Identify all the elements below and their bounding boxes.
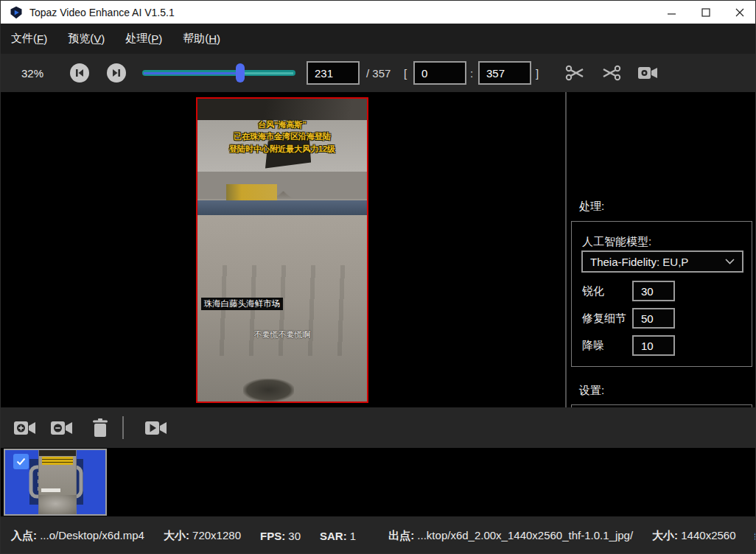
splice-button[interactable] bbox=[601, 63, 623, 83]
cut-button[interactable] bbox=[564, 63, 586, 83]
video-location-caption: 珠海白藤头海鲜市场 bbox=[201, 298, 284, 310]
restore-detail-row: 修复细节 50 bbox=[582, 308, 744, 329]
video-preview[interactable]: 台风“海高斯” 已在珠海市金湾区沿海登陆 登陆时中心附近最大风力12级 珠海白藤… bbox=[196, 97, 368, 403]
slider-handle[interactable] bbox=[236, 63, 245, 83]
checkbox-checked-icon bbox=[16, 457, 26, 466]
restore-detail-input[interactable]: 50 bbox=[632, 308, 675, 329]
delete-button[interactable] bbox=[88, 417, 112, 439]
window-controls bbox=[655, 1, 756, 24]
menu-help[interactable]: 帮助(H) bbox=[172, 24, 231, 54]
ai-model-label: 人工智能模型: bbox=[582, 235, 651, 249]
settings-section-title: 设置: bbox=[579, 384, 604, 398]
status-fps: FPS: 30 bbox=[260, 530, 301, 542]
status-bar: 入点: ...o/Desktop/x6d.mp4 大小: 720x1280 FP… bbox=[1, 516, 756, 554]
minimize-button[interactable] bbox=[655, 1, 689, 24]
slider-progress bbox=[144, 72, 240, 74]
status-in-size: 大小: 720x1280 bbox=[164, 529, 241, 543]
status-sar: SAR: 1 bbox=[320, 530, 356, 542]
range-start-input[interactable]: 0 bbox=[413, 61, 466, 85]
add-video-icon bbox=[13, 419, 37, 437]
skip-end-icon bbox=[111, 68, 122, 78]
denoise-row: 降噪 10 bbox=[582, 335, 744, 356]
app-logo-icon bbox=[10, 6, 23, 19]
remove-video-button[interactable] bbox=[50, 417, 74, 439]
range-close-bracket: ] bbox=[536, 54, 539, 92]
chevron-down-icon bbox=[725, 259, 735, 264]
timeline-slider[interactable] bbox=[142, 54, 295, 92]
video-overpass bbox=[197, 99, 367, 120]
video-yellow-truck bbox=[226, 184, 277, 201]
thumbnail-checkbox[interactable] bbox=[13, 454, 29, 469]
video-water-streaks bbox=[197, 265, 367, 356]
processing-groupbox: 人工智能模型: Theia-Fidelity: EU,P 锐化 30 修复细节 … bbox=[571, 221, 752, 367]
skip-end-button[interactable] bbox=[107, 63, 126, 83]
remove-video-icon bbox=[50, 419, 74, 437]
range-end-input[interactable]: 357 bbox=[478, 61, 531, 85]
process-video-icon bbox=[144, 419, 168, 437]
toolbar-divider bbox=[122, 416, 124, 439]
ai-model-value: Theia-Fidelity: EU,P bbox=[590, 256, 688, 268]
process-video-button[interactable] bbox=[144, 417, 168, 439]
denoise-input[interactable]: 10 bbox=[632, 335, 675, 356]
status-out-path: 出点: ...ktop/x6d_2.00x_1440x2560_thf-1.0.… bbox=[388, 529, 633, 543]
preview-camera-icon bbox=[637, 64, 659, 82]
playback-toolbar: 32% 231 / 357 [ 0 : 357 ] bbox=[1, 54, 756, 92]
preview-camera-button[interactable] bbox=[637, 63, 659, 83]
trash-icon bbox=[91, 418, 109, 438]
maximize-button[interactable] bbox=[689, 1, 723, 24]
status-in-path: 入点: ...o/Desktop/x6d.mp4 bbox=[11, 529, 144, 543]
video-bridge bbox=[197, 172, 367, 199]
cut-icon bbox=[564, 63, 585, 83]
title-bar: Topaz Video Enhance AI V1.5.1 bbox=[1, 1, 756, 24]
range-open-bracket: [ bbox=[404, 54, 407, 92]
video-floating-debris bbox=[243, 379, 294, 402]
settings-panel: 处理: 人工智能模型: Theia-Fidelity: EU,P 锐化 30 修… bbox=[568, 92, 756, 407]
thumbnail-strip bbox=[1, 448, 756, 516]
sharpen-row: 锐化 30 bbox=[582, 281, 744, 301]
splice-icon bbox=[601, 63, 622, 83]
sharpen-label: 锐化 bbox=[582, 284, 632, 298]
video-thumbnail-item[interactable] bbox=[4, 449, 107, 516]
close-button[interactable] bbox=[723, 1, 756, 24]
skip-start-button[interactable] bbox=[70, 63, 89, 83]
range-colon: : bbox=[470, 54, 473, 92]
skip-start-icon bbox=[74, 68, 85, 78]
denoise-label: 降噪 bbox=[582, 339, 632, 353]
zoom-level-label: 32% bbox=[21, 54, 43, 92]
panel-splitter[interactable] bbox=[565, 92, 567, 407]
main-area: 台风“海高斯” 已在珠海市金湾区沿海登陆 登陆时中心附近最大风力12级 珠海白藤… bbox=[1, 92, 756, 407]
status-out-size: 大小: 1440x2560 bbox=[652, 529, 735, 543]
current-frame-input[interactable]: 231 bbox=[307, 61, 360, 85]
total-frames-label: / 357 bbox=[366, 54, 391, 92]
app-window: Topaz Video Enhance AI V1.5.1 文件(F) 预览(V… bbox=[0, 0, 756, 554]
menu-preview[interactable]: 预览(V) bbox=[57, 24, 115, 54]
slider-remaining bbox=[243, 72, 293, 74]
video-overlay-title: 台风“海高斯” 已在珠海市金湾区沿海登陆 登陆时中心附近最大风力12级 bbox=[197, 119, 367, 155]
add-video-button[interactable] bbox=[13, 417, 37, 439]
video-subtitle: 不要慌不要慌啊 bbox=[197, 329, 367, 340]
menu-file[interactable]: 文件(F) bbox=[1, 24, 57, 54]
video-list-toolbar bbox=[1, 407, 756, 448]
thumbnail-video-frame bbox=[38, 450, 77, 514]
ai-model-dropdown[interactable]: Theia-Fidelity: EU,P bbox=[581, 250, 743, 273]
sharpen-input[interactable]: 30 bbox=[632, 281, 675, 301]
restore-detail-label: 修复细节 bbox=[582, 312, 632, 326]
menu-bar: 文件(F) 预览(V) 处理(P) 帮助(H) bbox=[1, 24, 756, 54]
video-blue-wall bbox=[197, 200, 367, 216]
window-title: Topaz Video Enhance AI V1.5.1 bbox=[29, 7, 175, 18]
menu-process[interactable]: 处理(P) bbox=[115, 24, 172, 54]
processing-section-title: 处理: bbox=[579, 200, 604, 214]
